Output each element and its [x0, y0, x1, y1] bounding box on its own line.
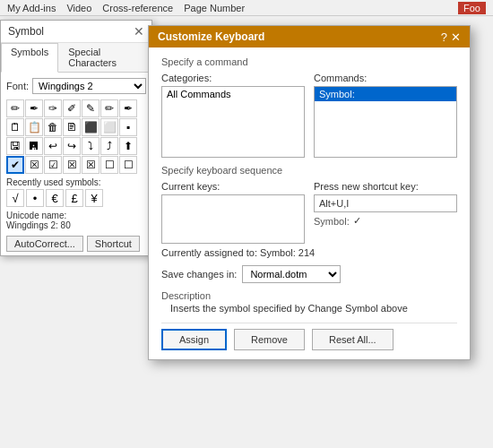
ribbon-cross-reference[interactable]: Cross-reference: [102, 3, 173, 13]
remove-button[interactable]: Remove: [234, 329, 305, 350]
symbol-cell[interactable]: ✐: [63, 99, 81, 117]
unicode-name-value: Wingdings 2: 80: [6, 220, 146, 230]
kb-commands-label: Commands:: [314, 73, 457, 83]
kb-action-row: Assign Remove Reset All...: [161, 323, 457, 350]
symbol-dialog-titlebar: Symbol ✕: [1, 21, 151, 43]
symbol-cell[interactable]: ☒: [25, 156, 43, 174]
ribbon-my-add-ins[interactable]: My Add-ins: [7, 3, 56, 13]
kb-categories-label: Categories:: [161, 73, 305, 83]
ribbon-foo: Foo: [458, 2, 486, 14]
symbol-cell[interactable]: ⬆: [119, 137, 137, 155]
kb-description-label: Description: [161, 290, 457, 301]
kb-categories-item[interactable]: All Commands: [162, 87, 304, 101]
symbol-cell[interactable]: 🖹: [63, 118, 81, 136]
symbol-tabs: Symbols Special Characters: [1, 43, 151, 73]
kb-description-text: Inserts the symbol specified by Change S…: [161, 303, 457, 314]
ribbon-page-number[interactable]: Page Number: [184, 3, 245, 13]
symbol-cell[interactable]: ⬛: [82, 118, 99, 136]
kb-specify-keyboard-label: Specify keyboard sequence: [161, 165, 457, 176]
symbol-cell[interactable]: ↪: [63, 137, 81, 155]
recent-symbol[interactable]: √: [6, 189, 24, 207]
kb-symbol-check-icon: ✓: [353, 215, 361, 227]
kb-title: Customize Keyboard: [158, 30, 264, 43]
symbol-dialog-title: Symbol: [8, 25, 44, 38]
kb-categories-listbox[interactable]: All Commands: [161, 86, 305, 158]
symbol-dialog: Symbol ✕ Symbols Special Characters Font…: [0, 20, 152, 256]
recent-symbol[interactable]: £: [65, 189, 83, 207]
kb-current-keys-label: Current keys:: [161, 181, 305, 192]
kb-specify-command-label: Specify a command: [161, 56, 457, 67]
symbol-buttons: AutoCorrect... Shortcut: [6, 236, 146, 252]
symbol-cell[interactable]: 🖪: [25, 137, 43, 155]
kb-commands-listbox[interactable]: Symbol:: [314, 86, 457, 158]
ribbon-video[interactable]: Video: [66, 3, 91, 13]
reset-all-button[interactable]: Reset All...: [312, 329, 394, 350]
symbol-cell[interactable]: ✑: [44, 99, 62, 117]
symbol-cell[interactable]: ↩: [44, 137, 62, 155]
kb-title-controls: ? ✕: [441, 31, 461, 43]
symbol-cell[interactable]: ⬜: [100, 118, 118, 136]
kb-help-icon[interactable]: ?: [441, 31, 447, 43]
font-label: Font:: [6, 81, 29, 91]
ribbon: My Add-ins Video Cross-reference Page Nu…: [0, 0, 493, 16]
symbol-font-row: Font: Wingdings 2: [6, 78, 146, 94]
symbol-cell[interactable]: ✒: [25, 99, 43, 117]
assign-button[interactable]: Assign: [161, 329, 227, 350]
symbol-cell[interactable]: 📋: [25, 118, 43, 136]
symbol-cell[interactable]: ▪: [119, 118, 137, 136]
symbol-cell[interactable]: ✏: [6, 99, 24, 117]
symbol-cell[interactable]: ✎: [82, 99, 99, 117]
recent-symbol[interactable]: ¥: [85, 189, 103, 207]
kb-current-keys-col: Current keys:: [161, 181, 305, 244]
kb-close-icon[interactable]: ✕: [451, 31, 461, 43]
symbol-cell[interactable]: ☐: [100, 156, 118, 174]
recent-symbol[interactable]: •: [26, 189, 44, 207]
symbol-close-icon[interactable]: ✕: [134, 24, 144, 39]
kb-symbol-label: Symbol:: [314, 216, 350, 227]
recently-used-label: Recently used symbols:: [6, 177, 146, 187]
symbol-cell[interactable]: ☐: [119, 156, 137, 174]
symbol-cell-selected[interactable]: ✔: [6, 156, 24, 174]
unicode-name-label: Unicode name:: [6, 211, 146, 220]
kb-titlebar: Customize Keyboard ? ✕: [149, 26, 470, 47]
recently-symbols: √ • € £ ¥: [6, 189, 146, 207]
autocorrect-button[interactable]: AutoCorrect...: [6, 236, 83, 252]
kb-save-label: Save changes in:: [161, 269, 237, 280]
kb-shortcut-input[interactable]: [314, 194, 457, 212]
symbol-cell[interactable]: ✒: [119, 99, 137, 117]
symbol-cell[interactable]: ✏: [100, 99, 118, 117]
symbol-cell[interactable]: 🗒: [6, 118, 24, 136]
kb-assigned-row: Currently assigned to: Symbol: 214: [161, 247, 457, 258]
symbol-cell[interactable]: ☑: [44, 156, 62, 174]
font-select[interactable]: Wingdings 2: [32, 78, 146, 94]
tab-special-characters[interactable]: Special Characters: [58, 43, 151, 72]
kb-symbol-row: Symbol: ✓: [314, 215, 457, 227]
symbol-cell[interactable]: 🖫: [6, 137, 24, 155]
symbol-cell[interactable]: ⤵: [82, 137, 99, 155]
symbol-cell[interactable]: ☒: [82, 156, 99, 174]
kb-current-keys-listbox[interactable]: [161, 194, 305, 244]
kb-body: Specify a command Categories: All Comman…: [149, 47, 470, 359]
kb-description-section: Description Inserts the symbol specified…: [161, 290, 457, 314]
symbol-grid: ✏ ✒ ✑ ✐ ✎ ✏ ✒ 🗒 📋 🗑 🖹 ⬛ ⬜ ▪ 🖫 🖪 ↩ ↪ ⤵ ⤴ …: [6, 99, 146, 174]
kb-commands-item[interactable]: Symbol:: [315, 87, 456, 101]
kb-save-row: Save changes in: Normal.dotm: [161, 265, 457, 283]
shortcut-button[interactable]: Shortcut: [87, 236, 140, 252]
kb-command-cols: Categories: All Commands Commands: Symbo…: [161, 73, 457, 158]
recent-symbol[interactable]: €: [46, 189, 64, 207]
symbol-content: Font: Wingdings 2 ✏ ✒ ✑ ✐ ✎ ✏ ✒ 🗒 📋 🗑 🖹 …: [1, 73, 151, 255]
symbol-cell[interactable]: ☒: [63, 156, 81, 174]
unicode-name: Unicode name: Wingdings 2: 80: [6, 211, 146, 230]
kb-press-shortcut-label: Press new shortcut key:: [314, 181, 457, 192]
tab-symbols[interactable]: Symbols: [1, 43, 58, 73]
kb-press-shortcut-col: Press new shortcut key: Symbol: ✓: [314, 181, 457, 244]
keyboard-dialog: Customize Keyboard ? ✕ Specify a command…: [148, 25, 471, 360]
kb-commands-col: Commands: Symbol:: [314, 73, 457, 158]
kb-keys-row: Current keys: Press new shortcut key: Sy…: [161, 181, 457, 244]
kb-categories-col: Categories: All Commands: [161, 73, 305, 158]
kb-save-select[interactable]: Normal.dotm: [242, 265, 341, 283]
symbol-cell[interactable]: 🗑: [44, 118, 62, 136]
symbol-cell[interactable]: ⤴: [100, 137, 118, 155]
